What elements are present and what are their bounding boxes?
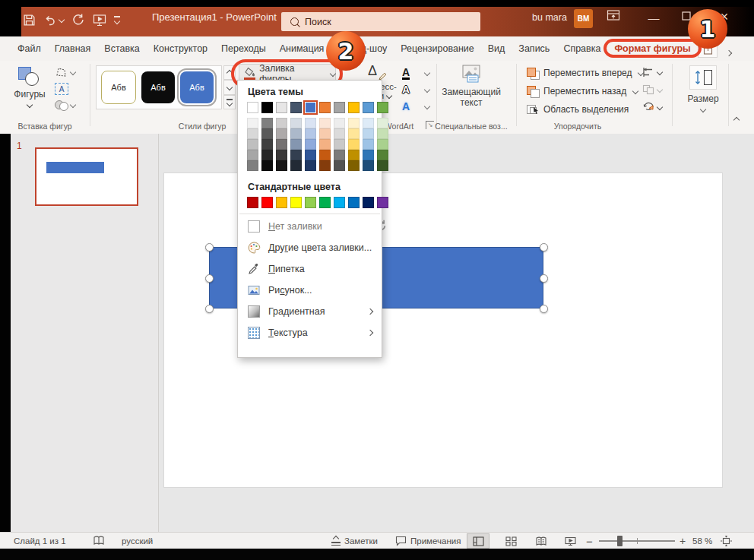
menu-item-gradient-fill[interactable]: Градиентная (238, 301, 382, 322)
color-swatch[interactable] (247, 118, 258, 128)
color-swatch[interactable] (377, 150, 388, 160)
color-swatch[interactable] (290, 150, 302, 160)
color-swatch[interactable] (276, 160, 287, 171)
color-swatch[interactable] (261, 118, 273, 128)
color-swatch[interactable] (319, 128, 331, 139)
start-slideshow-button[interactable] (93, 14, 106, 27)
tab-file[interactable]: Файл (12, 43, 46, 54)
color-swatch[interactable] (319, 102, 331, 113)
language-indicator[interactable]: русский (122, 533, 153, 549)
color-swatch[interactable] (363, 139, 374, 150)
tab-animations[interactable]: Анимация (274, 43, 330, 54)
color-swatch[interactable] (247, 197, 258, 208)
menu-item-eyedropper[interactable]: Пипетка (238, 258, 382, 280)
color-swatch[interactable] (377, 128, 388, 139)
color-swatch[interactable] (247, 128, 258, 139)
menu-item-no-fill[interactable]: Нет заливки (238, 216, 382, 237)
style-sample-2[interactable]: Абв (141, 71, 175, 103)
fit-slide-to-window-button[interactable] (721, 533, 732, 549)
color-swatch[interactable] (261, 128, 273, 139)
color-swatch[interactable] (290, 160, 302, 171)
style-sample-3-selected[interactable]: Абв (180, 71, 214, 103)
color-swatch[interactable] (305, 128, 316, 139)
reading-view-button[interactable] (530, 533, 553, 549)
color-swatch[interactable] (348, 160, 360, 171)
color-swatch[interactable] (334, 197, 345, 208)
zoom-in-button[interactable]: + (680, 533, 686, 549)
color-swatch[interactable] (305, 102, 316, 113)
undo-button[interactable] (43, 14, 64, 26)
zoom-slider-handle[interactable] (617, 536, 623, 546)
tab-review[interactable]: Рецензирование (395, 43, 480, 54)
color-swatch[interactable] (319, 160, 331, 171)
color-swatch[interactable] (305, 150, 316, 160)
color-swatch[interactable] (276, 197, 287, 208)
color-swatch[interactable] (363, 160, 374, 171)
color-swatch[interactable] (261, 197, 273, 208)
resize-handle-se[interactable] (540, 305, 548, 313)
menu-item-texture-fill[interactable]: Текстура (238, 322, 382, 343)
shapes-button[interactable]: Фигуры (9, 64, 50, 114)
notes-button[interactable]: Заметки (331, 533, 378, 549)
search-box[interactable]: Поиск (281, 12, 480, 31)
color-swatch[interactable] (319, 139, 331, 150)
color-swatch[interactable] (276, 102, 287, 113)
group-objects-button[interactable] (642, 84, 662, 95)
color-swatch[interactable] (363, 102, 374, 113)
comments-button[interactable]: Примечания (395, 533, 461, 549)
color-swatch[interactable] (247, 102, 258, 113)
resize-handle-e[interactable] (540, 274, 548, 283)
color-swatch[interactable] (348, 118, 360, 128)
color-swatch[interactable] (377, 118, 388, 128)
selection-pane-button[interactable]: Область выделения (527, 102, 629, 117)
color-swatch[interactable] (276, 150, 287, 160)
redo-button[interactable] (71, 13, 85, 27)
color-swatch[interactable] (334, 160, 345, 171)
tab-view[interactable]: Вид (483, 43, 511, 54)
minimize-button[interactable]: — (642, 11, 665, 24)
color-swatch[interactable] (261, 102, 273, 113)
size-button[interactable]: Размер (681, 65, 725, 115)
color-swatch[interactable] (261, 139, 273, 150)
alt-text-button[interactable]: Замещающий текст (442, 65, 500, 113)
color-swatch[interactable] (363, 150, 374, 160)
resize-handle-w[interactable] (205, 274, 214, 283)
customize-qat-button[interactable] (114, 16, 120, 23)
tab-insert[interactable]: Вставка (99, 43, 144, 54)
color-swatch[interactable] (276, 118, 287, 128)
color-swatch[interactable] (377, 197, 388, 208)
color-swatch[interactable] (377, 139, 388, 150)
menu-item-more-fill-colors[interactable]: Другие цвета заливки... (238, 237, 382, 258)
resize-handle-ne[interactable] (540, 243, 548, 252)
color-swatch[interactable] (348, 197, 360, 208)
color-swatch[interactable] (348, 150, 360, 160)
color-swatch[interactable] (334, 139, 345, 150)
color-swatch[interactable] (319, 150, 331, 160)
color-swatch[interactable] (377, 160, 388, 171)
color-swatch[interactable] (348, 102, 360, 113)
color-swatch[interactable] (290, 128, 302, 139)
color-swatch[interactable] (290, 197, 302, 208)
merge-shapes-button[interactable] (55, 100, 75, 110)
bring-forward-button[interactable]: Переместить вперед (527, 65, 643, 81)
zoom-level[interactable]: 58 % (692, 533, 712, 549)
ribbon-display-options-button[interactable] (602, 9, 625, 24)
color-swatch[interactable] (247, 160, 258, 171)
resize-handle-sw[interactable] (205, 305, 214, 313)
color-swatch[interactable] (334, 128, 345, 139)
slideshow-view-button[interactable] (559, 533, 581, 549)
text-box-button[interactable]: A (55, 83, 68, 95)
account-avatar[interactable]: BM (574, 9, 593, 28)
tab-record[interactable]: Запись (513, 43, 555, 54)
spellcheck-icon[interactable] (93, 533, 105, 549)
color-swatch[interactable] (276, 139, 287, 150)
color-swatch[interactable] (290, 118, 302, 128)
color-swatch[interactable] (276, 128, 287, 139)
normal-view-button[interactable] (467, 533, 489, 549)
tabrow-more-chevron[interactable] (727, 46, 731, 59)
align-button[interactable] (642, 67, 662, 78)
color-swatch[interactable] (305, 118, 316, 128)
collapse-ribbon-button[interactable] (734, 114, 739, 125)
style-sample-1[interactable]: Абв (101, 71, 136, 104)
color-swatch[interactable] (334, 150, 345, 160)
